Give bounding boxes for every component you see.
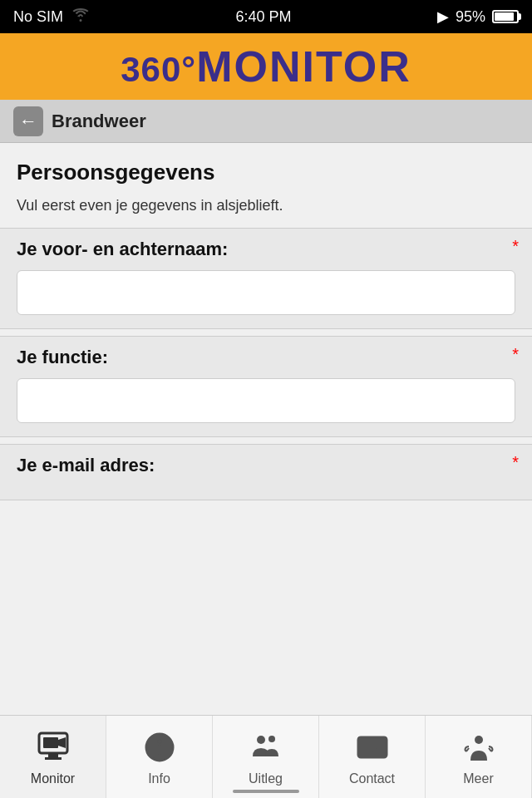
- required-star-naam: *: [512, 237, 519, 256]
- tab-contact[interactable]: Contact: [319, 716, 426, 798]
- svg-point-7: [157, 739, 161, 743]
- status-left: No SIM: [13, 8, 90, 26]
- wifi-icon: [71, 8, 90, 25]
- battery-percent: 95%: [456, 8, 485, 26]
- tab-bar: Monitor Info Uitleg: [0, 715, 532, 798]
- tab-uitleg-label: Uitleg: [249, 771, 283, 786]
- svg-point-9: [268, 736, 275, 742]
- section-header: Persoonsgegevens: [0, 143, 532, 189]
- svg-rect-4: [45, 757, 62, 760]
- field-email-label: Je e-mail adres:: [17, 455, 515, 476]
- meer-icon: [460, 728, 498, 766]
- tab-monitor[interactable]: Monitor: [0, 716, 106, 798]
- tab-uitleg[interactable]: Uitleg: [213, 716, 319, 798]
- svg-line-12: [466, 748, 469, 751]
- section-title: Persoonsgegevens: [17, 160, 515, 185]
- status-bar: No SIM 6:40 PM ▶ 95%: [0, 0, 532, 33]
- tab-monitor-label: Monitor: [31, 771, 75, 786]
- tab-info[interactable]: Info: [106, 716, 213, 798]
- nav-title: Brandweer: [52, 111, 146, 132]
- svg-rect-3: [48, 754, 58, 757]
- field-functie-label: Je functie:: [17, 347, 515, 368]
- battery-icon: [492, 10, 519, 23]
- contact-icon: [353, 728, 392, 766]
- app-header: 360°MONITOR: [0, 33, 532, 100]
- gps-icon: ▶: [437, 7, 449, 26]
- required-star-functie: *: [512, 345, 519, 364]
- svg-line-13: [489, 748, 491, 751]
- field-email-section: * Je e-mail adres:: [0, 444, 532, 500]
- svg-point-8: [257, 736, 265, 744]
- status-right: ▶ 95%: [437, 7, 519, 26]
- app-title-monitor: MONITOR: [196, 42, 411, 91]
- field-naam-section: * Je voor- en achternaam:: [0, 228, 532, 329]
- app-title-360: 360°: [121, 50, 196, 89]
- time-label: 6:40 PM: [235, 8, 291, 26]
- svg-rect-6: [158, 745, 161, 755]
- nav-bar: ← Brandweer: [0, 100, 532, 143]
- home-indicator: [233, 790, 299, 793]
- svg-marker-2: [58, 737, 66, 748]
- content-area: Persoonsgegevens Vul eerst even je gegev…: [0, 143, 532, 715]
- field-naam-label: Je voor- en achternaam:: [17, 239, 515, 260]
- uitleg-icon: [247, 728, 285, 766]
- svg-rect-1: [43, 737, 58, 748]
- required-star-email: *: [512, 453, 519, 472]
- section-subtitle: Vul eerst even je gegevens in alsjeblief…: [0, 189, 532, 228]
- info-icon: [140, 728, 179, 766]
- svg-point-11: [475, 736, 483, 744]
- tab-meer-label: Meer: [463, 771, 493, 786]
- tab-meer[interactable]: Meer: [426, 716, 532, 798]
- app-title: 360°MONITOR: [121, 42, 411, 91]
- monitor-icon: [34, 728, 72, 766]
- carrier-label: No SIM: [13, 8, 63, 26]
- back-arrow-icon: ←: [13, 106, 43, 136]
- tab-info-label: Info: [148, 771, 170, 786]
- back-button[interactable]: ← Brandweer: [13, 106, 146, 136]
- field-functie-input[interactable]: [17, 378, 515, 423]
- field-functie-section: * Je functie:: [0, 336, 532, 437]
- field-naam-input[interactable]: [17, 270, 515, 315]
- tab-contact-label: Contact: [349, 771, 395, 786]
